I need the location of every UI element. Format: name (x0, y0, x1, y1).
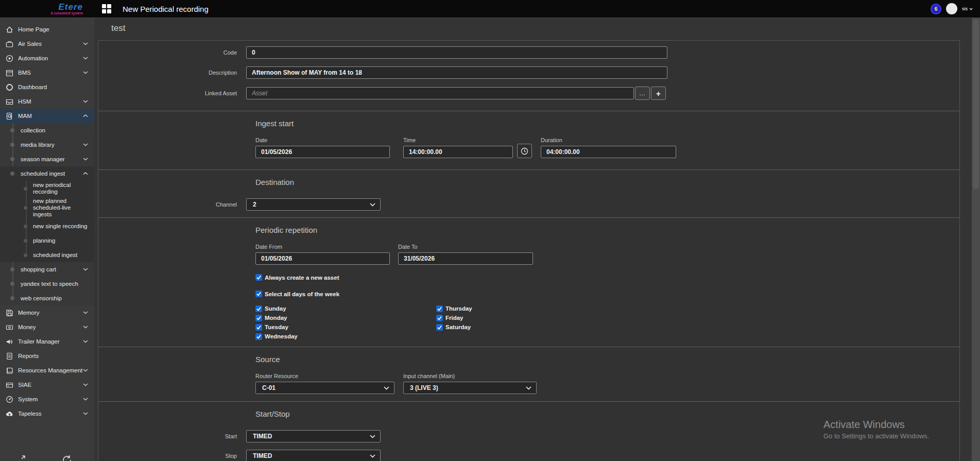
floppy-icon (5, 309, 14, 317)
avatar[interactable] (946, 3, 957, 14)
sidebar-item-new-periodical-recording[interactable]: new periodical recording (0, 181, 94, 196)
sidebar-item-label: Automation (18, 55, 48, 61)
window-title: New Periodical recording (123, 5, 209, 13)
friday-checkbox[interactable] (436, 315, 443, 321)
sidebar-item-system[interactable]: System (0, 392, 94, 406)
id-card-icon (5, 381, 14, 389)
chevron-down-icon (969, 8, 973, 10)
refresh-icon[interactable] (61, 454, 73, 461)
collapse-arrows-icon[interactable] (14, 454, 27, 461)
sidebar-item-bms[interactable]: BMS (0, 65, 94, 80)
apps-grid-icon[interactable] (102, 4, 111, 13)
date-to-input[interactable] (398, 252, 533, 265)
select-all-days-row: Select all days of the week (98, 291, 959, 297)
sidebar: Home Page Air Sales Automation BMS Dashb… (0, 18, 94, 461)
date-input[interactable] (255, 146, 390, 158)
tuesday-label: Tuesday (265, 324, 288, 330)
sidebar-item-tapeless[interactable]: Tapeless (0, 406, 94, 421)
browse-asset-button[interactable]: ... (635, 87, 650, 100)
stop-select[interactable]: TIMED (246, 450, 381, 461)
sunday-label: Sunday (265, 305, 286, 312)
sidebar-item-scheduled-ingest-child[interactable]: scheduled ingest (0, 248, 94, 262)
sidebar-item-dashboard[interactable]: Dashboard (0, 80, 94, 94)
sidebar-item-new-single-recording[interactable]: new single recording (0, 219, 94, 233)
time-input[interactable] (403, 146, 513, 158)
thursday-label: Thursday (445, 305, 472, 312)
always-create-checkbox[interactable] (255, 274, 262, 281)
start-row: Start TIMED (98, 430, 959, 442)
circle-icon (5, 83, 14, 91)
sidebar-item-media-library[interactable]: media library (0, 138, 94, 152)
router-resource-label: Router Resource (255, 373, 394, 379)
sidebar-item-label: shopping cart (21, 266, 56, 272)
sidebar-item-resources-management[interactable]: Resources Management (0, 363, 94, 378)
select-all-days-checkbox[interactable] (255, 291, 262, 297)
duration-input[interactable] (541, 146, 676, 158)
linked-asset-input[interactable] (246, 87, 634, 99)
stop-label: Stop (98, 453, 246, 459)
notification-badge[interactable]: 6 (931, 4, 941, 14)
start-select[interactable]: TIMED (246, 430, 381, 442)
input-channel-select[interactable]: 3 (LIVE 3) (403, 382, 537, 394)
router-resource-select[interactable]: C-01 (255, 382, 394, 394)
sidebar-item-home-page[interactable]: Home Page (0, 22, 94, 37)
vertical-scrollbar[interactable] (972, 18, 980, 461)
monday-checkbox[interactable] (255, 315, 262, 321)
sidebar-item-reports[interactable]: Reports (0, 349, 94, 363)
chevron-down-icon (83, 100, 88, 103)
day-row: Tuesday (255, 323, 436, 331)
briefcase-icon (5, 40, 14, 48)
sidebar-item-yandex-text-to-speech[interactable]: yandex text to speech (0, 277, 94, 291)
sidebar-item-hsm[interactable]: HSM (0, 94, 94, 109)
sidebar-item-trailer-manager[interactable]: Trailer Manager (0, 334, 94, 349)
sidebar-item-collection[interactable]: collection (0, 123, 94, 138)
wednesday-checkbox[interactable] (255, 333, 262, 340)
chevron-down-icon (370, 203, 375, 207)
clock-icon[interactable] (517, 144, 532, 158)
brand-logo[interactable]: Etere A consistent system (0, 0, 94, 18)
sidebar-item-label: season manager (21, 156, 65, 162)
sidebar-item-season-manager[interactable]: season manager (0, 152, 94, 166)
date-from-input[interactable] (255, 252, 390, 265)
sidebar-item-siae[interactable]: SIAE (0, 378, 94, 392)
sidebar-item-label: Home Page (18, 26, 49, 32)
day-row: Sunday (255, 305, 436, 312)
sidebar-item-memory[interactable]: Memory (0, 305, 94, 320)
code-input[interactable] (246, 46, 667, 59)
ingest-start-heading: Ingest start (98, 119, 959, 128)
money-icon (5, 323, 14, 331)
sidebar-item-scheduled-ingest[interactable]: scheduled ingest (0, 166, 94, 181)
sidebar-item-air-sales[interactable]: Air Sales (0, 37, 94, 51)
chevron-down-icon (83, 369, 88, 372)
sidebar-item-label: media library (21, 142, 55, 148)
channel-select[interactable]: 2 (246, 198, 381, 211)
sidebar-item-automation[interactable]: Automation (0, 51, 94, 65)
sidebar-item-label: collection (21, 127, 45, 133)
sidebar-item-new-planned-scheduled-live-ingests[interactable]: new planned scheduled-live ingests (0, 196, 94, 219)
thursday-checkbox[interactable] (436, 305, 443, 312)
days-column-2: Thursday Friday Saturday (436, 305, 472, 340)
day-row: Friday (436, 314, 472, 321)
sidebar-item-shopping-cart[interactable]: shopping cart (0, 262, 94, 277)
stop-value: TIMED (253, 452, 272, 459)
brand-name: Etere (58, 3, 83, 11)
sidebar-item-mam[interactable]: MAM (0, 109, 94, 123)
sidebar-item-label: new periodical recording (33, 182, 89, 195)
sidebar-item-money[interactable]: Money (0, 320, 94, 334)
saturday-checkbox[interactable] (436, 324, 443, 331)
description-input[interactable] (246, 66, 667, 79)
tuesday-checkbox[interactable] (255, 324, 262, 331)
scrollbar-thumb[interactable] (973, 19, 979, 189)
sidebar-item-web-censorship[interactable]: web censorship (0, 291, 94, 305)
sidebar-item-planning[interactable]: planning (0, 233, 94, 248)
home-icon (5, 26, 14, 33)
date-from-label: Date From (255, 244, 390, 250)
sunday-checkbox[interactable] (255, 305, 262, 312)
sidebar-item-label: Money (18, 324, 36, 330)
start-label: Start (98, 433, 246, 439)
always-create-label: Always create a new asset (265, 275, 339, 281)
sidebar-item-label: Memory (18, 310, 40, 316)
add-asset-button[interactable]: + (651, 87, 666, 100)
destination-heading: Destination (98, 178, 959, 186)
user-menu[interactable]: sis (962, 6, 973, 11)
